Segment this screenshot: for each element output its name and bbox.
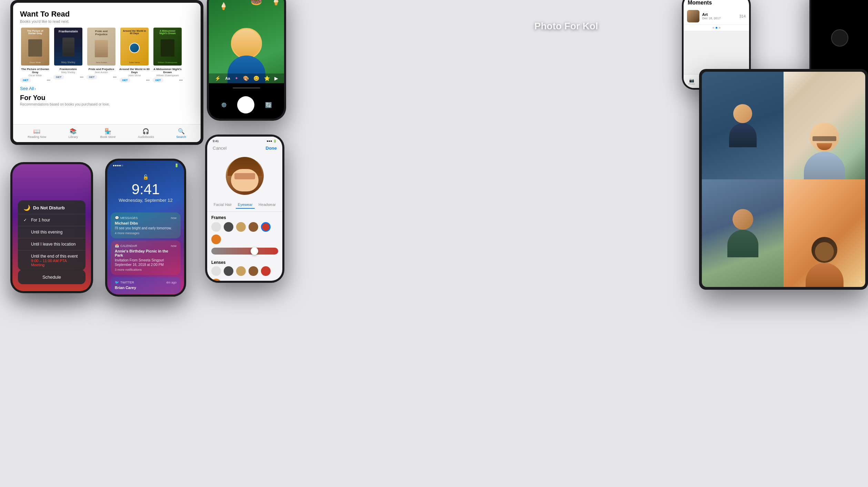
text-icon[interactable]: Aa (225, 76, 230, 80)
book-cover-pride: Pride and Prejudice Jane Austen (87, 28, 115, 66)
swatch-gold[interactable] (236, 222, 246, 232)
lenses-swatch-orange[interactable] (211, 279, 221, 281)
settings-icon[interactable]: ⚙️ (221, 102, 227, 108)
book-cover-midsummer: A Midsummer Night's Dream William Shakes… (153, 28, 182, 66)
subject-face (231, 28, 262, 59)
memoji-status-bar: 9:41 ●●● 🔋 (207, 137, 282, 143)
book-pride-prejudice[interactable]: Pride and Prejudice Jane Austen Pride an… (86, 28, 117, 82)
cancel-button[interactable]: Cancel (213, 146, 226, 151)
color-slider-area (207, 248, 282, 258)
lock-screen: ●●●●○ 🔋 🔓 9:41 Wednesday, September 12 💬… (107, 161, 184, 295)
swatch-dark[interactable] (224, 222, 233, 232)
notification-calendar[interactable]: 📅 CALENDAR now Annie's Birthday Picnic i… (111, 240, 181, 275)
tab-reading-now[interactable]: 📖 Reading Now (28, 128, 46, 139)
glasses-detail (813, 136, 836, 141)
camera-controls: ⚙️ 🔄 (209, 96, 284, 113)
color-slider[interactable] (211, 248, 278, 255)
tab-book-store[interactable]: 🏪 Book Store (100, 128, 116, 139)
swatch-orange[interactable] (211, 235, 221, 244)
carrier-signal: ●●●●○ (113, 163, 123, 167)
dnd-title: Do Not Disturb (33, 205, 65, 210)
dnd-option-hour[interactable]: ✓ For 1 hour (18, 214, 85, 226)
more-icon[interactable]: ▶ (274, 76, 278, 81)
effect1-icon[interactable]: ✦ (235, 76, 238, 81)
notification-twitter[interactable]: 🐦 TWITTER 4m ago Brian Carey (111, 277, 181, 294)
book-open-icon: 📖 (33, 128, 40, 135)
iphone-dnd-device: 🌙 Do Not Disturb ✓ For 1 hour Until this… (10, 162, 93, 293)
swatch-brown[interactable] (249, 222, 258, 232)
lenses-color-swatches (207, 266, 282, 281)
messages-app-icon: 💬 (115, 216, 119, 220)
flip-camera-icon[interactable]: 🔄 (265, 102, 272, 108)
swatch-red[interactable] (261, 222, 271, 232)
more-button-around[interactable]: ••• (146, 78, 150, 82)
get-button-dorian[interactable]: GET (20, 78, 31, 82)
lenses-swatch-red[interactable] (261, 266, 271, 276)
dnd-screen: 🌙 Do Not Disturb ✓ For 1 hour Until this… (12, 164, 91, 291)
tab-library[interactable]: 📚 Library (69, 128, 78, 139)
swatch-white[interactable] (211, 222, 221, 232)
lenses-swatch-brown[interactable] (249, 266, 258, 276)
dnd-option-location[interactable]: Until I leave this location (18, 238, 85, 250)
photos-grid-area (684, 31, 749, 74)
get-button-pride[interactable]: GET (86, 75, 97, 79)
album-name: Art (702, 12, 739, 17)
dnd-option-evening[interactable]: Until this evening (18, 226, 85, 238)
tab-audiobooks[interactable]: 🎧 Audiobooks (138, 128, 154, 139)
tab-headwear[interactable]: Headwear (256, 201, 278, 209)
lenses-label: Lenses (207, 258, 282, 266)
done-button[interactable]: Done (266, 146, 277, 151)
chevron-right-icon: › (34, 87, 36, 91)
home-button[interactable] (831, 29, 848, 47)
expand-icon[interactable]: ⤡ (859, 279, 862, 284)
more-button-midsummer[interactable]: ••• (179, 78, 183, 82)
book-cover-frankenstein: Frankenstein Mary Shelley (54, 28, 82, 66)
get-button-frankenstein[interactable]: GET (53, 75, 64, 79)
lenses-swatch-white[interactable] (211, 266, 221, 276)
more-button-dorian[interactable]: ••• (47, 78, 50, 82)
smile-detail (817, 143, 832, 150)
lenses-swatch-dark[interactable] (224, 266, 233, 276)
get-button-midsummer[interactable]: GET (152, 78, 163, 82)
search-icon: 🔍 (178, 128, 185, 135)
book-around-world[interactable]: Around the World in 80 Days Jules Verne … (119, 28, 150, 82)
facetime-participant-3 (702, 179, 784, 287)
lenses-swatch-gold[interactable] (236, 266, 246, 276)
album-row-art[interactable]: Art Dec 18, 2017 314 (684, 8, 749, 25)
dnd-menu: 🌙 Do Not Disturb ✓ For 1 hour Until this… (18, 200, 85, 270)
sticker-icon[interactable]: ⭐ (264, 76, 270, 81)
book-frankenstein[interactable]: Frankenstein Mary Shelley Frankenstein M… (53, 28, 83, 82)
checkmark-icon: ✓ (23, 218, 28, 222)
tab-facial-hair[interactable]: Facial Hair (212, 201, 234, 209)
notification-messages[interactable]: 💬 MESSAGES now Michael Dibs I'll see you… (111, 212, 181, 238)
more-button-pride[interactable]: ••• (113, 75, 117, 79)
memoji-app-screen: 9:41 ●●● 🔋 Cancel Done Facial Hair Eyewe… (207, 137, 282, 281)
emoji-icon[interactable]: 😊 (253, 76, 259, 81)
facetime-participant-1 (702, 72, 784, 179)
lock-time: 9:41 (107, 181, 184, 198)
iphone-memoji-device: 9:41 ●●● 🔋 Cancel Done Facial Hair Eyewe… (205, 135, 284, 283)
slider-thumb[interactable] (251, 247, 258, 255)
book-midsummer[interactable]: A Midsummer Night's Dream William Shakes… (152, 28, 183, 82)
more-button-frankenstein[interactable]: ••• (80, 75, 83, 79)
battery-icon: 🔋 (174, 163, 179, 167)
tab-eyewear[interactable]: Eyewear (236, 201, 255, 209)
schedule-button[interactable]: Schedule (18, 270, 85, 284)
facetime-participant-2 (784, 72, 865, 179)
dnd-option-event[interactable]: Until the end of this event 9:00 – 11:00… (18, 250, 85, 270)
avatar-glasses (234, 173, 255, 179)
tab-search[interactable]: 🔍 Search (176, 128, 186, 139)
for-you-subtitle: Recommendations based on books you purch… (20, 102, 194, 106)
moon-icon: 🌙 (23, 205, 30, 211)
book-dorian-gray[interactable]: The Picture of Dorian Gray Oscar Wilde T… (20, 28, 50, 82)
album-thumbnail (687, 10, 699, 22)
camera-toolbar: ⚡ Aa ✦ 🎨 😊 ⭐ ▶ (209, 73, 284, 83)
shutter-button[interactable] (237, 96, 254, 113)
memoji-header: Cancel Done (207, 143, 282, 153)
flash-icon[interactable]: ⚡ (215, 76, 221, 81)
filter-icon[interactable]: 🎨 (243, 76, 249, 81)
tab-photos[interactable]: 📷 Photos (688, 78, 695, 85)
see-all-button[interactable]: See All › (20, 86, 194, 91)
frames-label: Frames (207, 212, 282, 222)
get-button-around[interactable]: GET (119, 78, 130, 82)
